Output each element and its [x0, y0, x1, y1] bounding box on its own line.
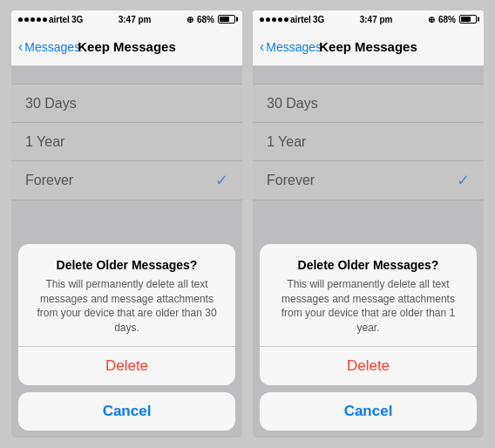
delete-button-2[interactable]: Delete: [260, 347, 477, 385]
alert-body-2: This will permanently delete all text me…: [270, 277, 466, 336]
overlay-2: Delete Older Messages? This will permane…: [253, 66, 484, 438]
status-left-1: airtel 3G: [18, 15, 83, 24]
wifi-icon-2: ⊕: [428, 15, 435, 24]
battery-icon-2: [459, 15, 477, 24]
nav-bar-2: ‹ Messages Keep Messages: [253, 28, 484, 66]
carrier-1: airtel: [49, 15, 70, 24]
back-arrow-icon-1: ‹: [18, 39, 23, 55]
content-2: 30 Days 1 Year Forever ✓ Delete Older Me…: [253, 66, 484, 438]
back-button-1[interactable]: ‹ Messages: [18, 39, 80, 55]
battery-icon-1: [218, 15, 235, 24]
alert-box-2: Delete Older Messages? This will permane…: [260, 244, 477, 385]
alert-container-2: Delete Older Messages? This will permane…: [253, 237, 484, 438]
signal-dots-2: [260, 17, 288, 22]
time-1: 3:47 pm: [119, 15, 152, 24]
content-1: 30 Days 1 Year Forever ✓ Delete Older Me…: [11, 66, 242, 438]
nav-title-1: Keep Messages: [78, 39, 176, 54]
status-bar-1: airtel 3G 3:47 pm ⊕ 68%: [11, 10, 242, 28]
alert-container-1: Delete Older Messages? This will permane…: [11, 237, 242, 438]
alert-body-1: This will permanently delete all text me…: [29, 277, 225, 336]
phone-2: airtel 3G 3:47 pm ⊕ 68% ‹ Messages Keep …: [253, 10, 484, 438]
phone-1: airtel 3G 3:47 pm ⊕ 68% ‹ Messages Keep …: [11, 10, 242, 438]
alert-title-1: Delete Older Messages?: [29, 258, 225, 272]
signal-dots-1: [18, 17, 47, 22]
back-label-2: Messages: [266, 40, 322, 54]
alert-box-1: Delete Older Messages? This will permane…: [18, 244, 235, 385]
cancel-button-2[interactable]: Cancel: [260, 392, 477, 431]
status-bar-2: airtel 3G 3:47 pm ⊕ 68%: [253, 10, 484, 28]
back-button-2[interactable]: ‹ Messages: [260, 39, 322, 55]
alert-message-1: Delete Older Messages? This will permane…: [18, 244, 235, 346]
status-right-1: ⊕ 68%: [186, 15, 235, 24]
battery-pct-1: 68%: [197, 15, 214, 24]
network-1: 3G: [71, 15, 83, 24]
nav-bar-1: ‹ Messages Keep Messages: [11, 28, 242, 66]
back-arrow-icon-2: ‹: [260, 39, 264, 55]
battery-pct-2: 68%: [438, 15, 456, 24]
network-2: 3G: [313, 15, 324, 24]
cancel-button-1[interactable]: Cancel: [18, 392, 235, 431]
status-right-2: ⊕ 68%: [428, 15, 477, 24]
delete-button-1[interactable]: Delete: [18, 347, 235, 385]
alert-title-2: Delete Older Messages?: [270, 258, 466, 272]
time-2: 3:47 pm: [360, 15, 393, 24]
back-label-1: Messages: [24, 40, 80, 54]
status-left-2: airtel 3G: [260, 15, 324, 24]
wifi-icon-1: ⊕: [186, 15, 193, 24]
alert-message-2: Delete Older Messages? This will permane…: [260, 244, 477, 346]
carrier-2: airtel: [290, 15, 311, 24]
overlay-1: Delete Older Messages? This will permane…: [11, 66, 242, 438]
nav-title-2: Keep Messages: [319, 39, 417, 54]
